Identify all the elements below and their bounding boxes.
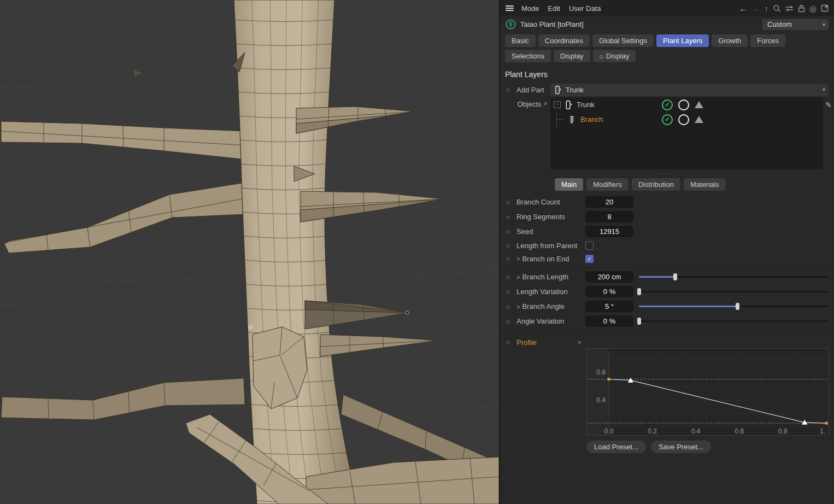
triangle-icon[interactable]: [695, 116, 703, 123]
filter-icon[interactable]: [785, 5, 794, 12]
enabled-check-icon[interactable]: ✓: [662, 99, 673, 110]
attribute-tabs-row1: Basic Coordinates Global Settings Plant …: [500, 34, 834, 47]
taiao-plant-badge-icon: [506, 19, 516, 30]
tab-basic[interactable]: Basic: [505, 34, 536, 47]
chevron-right-icon[interactable]: >: [516, 303, 520, 310]
add-part-dropdown-arrow[interactable]: ▾: [819, 84, 829, 96]
hamburger-menu-icon[interactable]: [506, 5, 514, 11]
object-title-row: Taiao Plant [toPlant] Custom ▾: [500, 16, 834, 32]
pick-pencil-icon[interactable]: ✎: [823, 97, 834, 169]
preset-dropdown[interactable]: Custom ▾: [762, 19, 829, 30]
subtab-main[interactable]: Main: [555, 178, 583, 191]
svg-text:0.2: 0.2: [648, 427, 657, 435]
chevron-down-icon: ▾: [823, 87, 825, 92]
preset-value: Custom: [767, 20, 792, 28]
param-seed: ◇ Seed 12915: [500, 224, 834, 239]
tab-global-settings[interactable]: Global Settings: [592, 34, 654, 47]
svg-text:0.4: 0.4: [596, 396, 606, 404]
chevron-right-icon[interactable]: >: [516, 255, 520, 262]
param-label: Branch Count: [516, 198, 585, 206]
subtab-materials[interactable]: Materials: [684, 178, 726, 191]
subtab-modifiers[interactable]: Modifiers: [586, 178, 629, 191]
tab-plant-layers[interactable]: Plant Layers: [656, 34, 709, 47]
branch-length-field[interactable]: 200 cm: [585, 271, 633, 283]
profile-curve-editor[interactable]: 0.80.40.00.20.40.60.81.: [586, 348, 829, 436]
state-circle-icon[interactable]: [678, 114, 689, 125]
slider-handle: [637, 288, 641, 295]
chevron-down-icon[interactable]: ▾: [819, 19, 829, 30]
tab-display[interactable]: Display: [554, 50, 590, 62]
svg-text:0.8: 0.8: [778, 427, 788, 435]
add-part-combo[interactable]: Trunk: [550, 84, 819, 96]
seed-field[interactable]: 12915: [585, 226, 633, 237]
length-variation-slider[interactable]: [639, 288, 829, 295]
load-preset-button[interactable]: Load Preset...: [586, 441, 646, 453]
param-branch-length: ◇ >Branch Length 200 cm: [500, 269, 834, 284]
lock-icon[interactable]: [798, 4, 805, 13]
length-variation-field[interactable]: 0 %: [585, 286, 633, 297]
tree-row-branch[interactable]: Branch ✓: [550, 112, 823, 127]
triangle-icon[interactable]: [695, 101, 703, 108]
tree-item-label[interactable]: Trunk: [577, 101, 595, 109]
slider-handle: [736, 303, 739, 310]
collapse-icon[interactable]: −: [554, 101, 561, 108]
tree-row-trunk[interactable]: − Trunk ✓: [550, 97, 823, 112]
branch-count-field[interactable]: 20: [585, 196, 633, 208]
search-icon[interactable]: [773, 4, 781, 13]
enabled-check-icon[interactable]: ✓: [662, 114, 673, 125]
chevron-right-icon[interactable]: >: [578, 339, 588, 345]
diamond-icon: ◇: [500, 274, 516, 280]
length-from-parent-checkbox[interactable]: [585, 242, 594, 250]
panel-resize-handle[interactable]: ......: [500, 169, 834, 176]
diamond-icon: ◇: [500, 87, 516, 92]
3d-viewport[interactable]: [0, 0, 499, 504]
tab-coordinates[interactable]: Coordinates: [538, 34, 590, 47]
save-preset-button[interactable]: Save Preset...: [651, 441, 711, 453]
add-part-row: ◇ Add Part Trunk ▾: [500, 83, 834, 96]
param-branch-on-end: ◇ >Branch on End ✓: [500, 252, 834, 265]
param-length-variation: ◇ Length Variation 0 %: [500, 284, 834, 299]
menu-edit[interactable]: Edit: [548, 4, 560, 13]
diamond-icon: ◇: [500, 319, 516, 324]
svg-text:1.: 1.: [820, 427, 825, 435]
tab-growth[interactable]: Growth: [712, 34, 748, 47]
diamond-icon: ◇: [500, 214, 516, 220]
branch-length-slider[interactable]: [639, 273, 829, 280]
tab-forces[interactable]: Forces: [750, 34, 785, 47]
branch-icon: [568, 115, 576, 125]
plant-layer-tree: − Trunk ✓ Branch ✓: [550, 97, 823, 169]
tab-display-2[interactable]: ⌂ Display: [593, 50, 636, 62]
tree-mesh-render: [0, 0, 499, 504]
branch-angle-slider[interactable]: [639, 303, 829, 310]
param-label: Branch Angle: [522, 302, 564, 310]
forward-arrow-icon[interactable]: →: [751, 4, 760, 13]
new-window-icon[interactable]: [821, 4, 829, 12]
angle-variation-slider[interactable]: [639, 318, 829, 325]
up-arrow-icon[interactable]: ↑: [764, 4, 768, 13]
tree-item-label[interactable]: Branch: [580, 115, 603, 124]
state-circle-icon[interactable]: [678, 99, 689, 110]
branch-angle-field[interactable]: 5 °: [585, 301, 633, 312]
param-branch-count: ◇ Branch Count 20: [500, 195, 834, 209]
tab-selections[interactable]: Selections: [505, 50, 551, 62]
angle-variation-field[interactable]: 0 %: [585, 315, 633, 327]
chevron-right-icon[interactable]: >: [516, 274, 520, 280]
ring-segments-field[interactable]: 8: [585, 211, 633, 222]
param-branch-angle: ◇ >Branch Angle 5 °: [500, 299, 834, 314]
house-icon: ⌂: [600, 52, 603, 60]
svg-text:0.0: 0.0: [604, 427, 614, 435]
chevron-right-icon[interactable]: >: [544, 100, 547, 107]
target-icon[interactable]: ◎: [809, 4, 817, 13]
separator: [500, 331, 834, 331]
back-arrow-icon[interactable]: ←: [739, 4, 747, 13]
branch-on-end-checkbox[interactable]: ✓: [585, 255, 594, 263]
profile-label: Profile: [516, 338, 578, 347]
menu-user-data[interactable]: User Data: [569, 4, 601, 13]
subtab-distribution[interactable]: Distribution: [632, 178, 680, 191]
menu-mode[interactable]: Mode: [521, 4, 539, 13]
trunk-icon: [565, 100, 572, 110]
svg-text:0.4: 0.4: [691, 427, 701, 435]
diamond-icon: ◇: [500, 289, 516, 295]
diamond-icon: ◇: [500, 200, 516, 205]
param-angle-variation: ◇ Angle Variation 0 %: [500, 314, 834, 329]
